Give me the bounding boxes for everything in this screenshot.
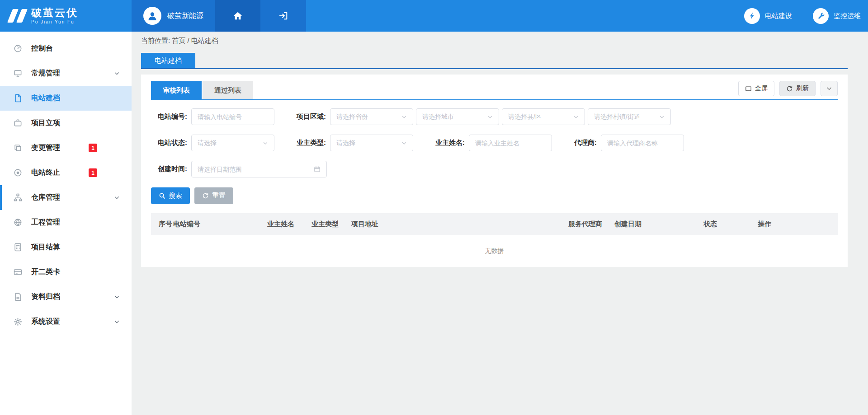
- tab-passed-list[interactable]: 通过列表: [203, 81, 253, 99]
- owner-name-input[interactable]: [469, 135, 552, 151]
- nav-label: 电站建设: [765, 12, 792, 20]
- chevron-down-icon: [114, 294, 120, 300]
- card-icon: [14, 268, 24, 276]
- sidebar-item-label: 电站终止: [31, 168, 60, 177]
- station-status-label: 电站状态:: [151, 139, 187, 147]
- sidebar-item-label: 资料归档: [31, 292, 60, 302]
- date-range-input[interactable]: [198, 166, 314, 173]
- sidebar-item-dashboard[interactable]: 控制台: [0, 36, 132, 61]
- owner-type-select[interactable]: 请选择: [330, 135, 413, 151]
- col-station-no: 电站编号: [173, 220, 267, 228]
- logo-subtitle: Po Jian Yun Fu: [31, 19, 78, 24]
- region-label: 项目区域:: [297, 112, 326, 121]
- filter-row-3: 创建时间:: [151, 161, 838, 177]
- filter-row-2: 电站状态: 请选择 业主类型: 请选择 业主姓名: 代理商:: [151, 135, 838, 151]
- chevron-down-icon: [114, 319, 120, 325]
- lightning-icon: [744, 8, 760, 24]
- col-status: 状态: [703, 220, 758, 228]
- fullscreen-button[interactable]: 全屏: [738, 81, 774, 96]
- sidebar-item-general-mgmt[interactable]: 常规管理: [0, 61, 132, 86]
- town-placeholder: 请选择村镇/街道: [594, 113, 640, 121]
- sidebar-item-system-settings[interactable]: 系统设置: [0, 309, 132, 334]
- gear-icon: [14, 317, 24, 326]
- table-header-row: 序号 电站编号 业主姓名 业主类型 项目地址 服务代理商 创建日期 状态 操作: [151, 213, 838, 235]
- top-header: 破茧云伏 Po Jian Yun Fu 破茧新能源 电站建设 监控运维: [0, 0, 868, 32]
- reset-label: 重置: [212, 191, 226, 200]
- notification-badge: 1: [89, 144, 97, 152]
- sidebar-item-project-settlement[interactable]: 项目结算: [0, 235, 132, 260]
- station-no-input[interactable]: [191, 108, 274, 125]
- county-select[interactable]: 请选择县/区: [502, 108, 585, 125]
- filter-form: 电站编号: 项目区域: 请选择省份 请选择城市 请选择县/区: [151, 108, 838, 177]
- station-archive-panel: 审核列表 通过列表 全屏 刷新: [141, 75, 848, 267]
- home-button[interactable]: [215, 0, 260, 32]
- sidebar-item-label: 项目立项: [31, 118, 60, 128]
- sidebar-item-warehouse-mgmt[interactable]: 仓库管理: [0, 185, 132, 210]
- panel-tabs: 审核列表 通过列表 全屏 刷新: [151, 81, 838, 100]
- sidebar-item-type2-card[interactable]: 开二类卡: [0, 260, 132, 284]
- chevron-down-icon: [659, 114, 665, 120]
- copy-icon: [14, 144, 24, 152]
- reset-button[interactable]: 重置: [194, 187, 233, 204]
- archive-icon: [14, 293, 24, 301]
- chevron-down-icon: [263, 140, 268, 146]
- stop-icon: [14, 168, 24, 177]
- created-time-label: 创建时间:: [151, 165, 187, 173]
- logout-button[interactable]: [260, 0, 306, 32]
- province-select[interactable]: 请选择省份: [330, 108, 413, 125]
- logout-icon: [278, 11, 288, 21]
- date-range-picker[interactable]: [191, 161, 327, 177]
- agent-input[interactable]: [601, 135, 684, 151]
- sidebar-item-data-archive[interactable]: 资料归档: [0, 284, 132, 309]
- calendar-icon: [314, 166, 321, 173]
- filter-row-1: 电站编号: 项目区域: 请选择省份 请选择城市 请选择县/区: [151, 108, 838, 125]
- file-icon: [14, 94, 24, 103]
- station-status-select[interactable]: 请选择: [191, 135, 274, 151]
- sidebar-item-change-mgmt[interactable]: 变更管理 1: [0, 135, 132, 160]
- sidebar-item-label: 变更管理: [31, 143, 60, 153]
- refresh-icon: [786, 85, 793, 92]
- breadcrumb-current: 电站建档: [191, 37, 218, 44]
- header-nav: 电站建设 监控运维: [744, 0, 868, 32]
- sidebar-item-engineering-mgmt[interactable]: 工程管理: [0, 210, 132, 235]
- search-button[interactable]: 搜索: [151, 187, 190, 204]
- nav-label: 监控运维: [834, 12, 861, 20]
- home-icon: [233, 11, 243, 21]
- dashboard-icon: [14, 44, 24, 53]
- nav-monitor-ops[interactable]: 监控运维: [813, 8, 861, 24]
- sidebar-item-station-archive[interactable]: 电站建档: [0, 86, 132, 111]
- calculator-icon: [14, 243, 24, 252]
- chevron-down-icon: [826, 85, 832, 92]
- col-owner-type: 业主类型: [311, 220, 351, 228]
- logo[interactable]: 破茧云伏 Po Jian Yun Fu: [0, 0, 132, 32]
- fullscreen-icon: [745, 85, 752, 92]
- notification-badge: 1: [89, 168, 97, 177]
- col-created-date: 创建日期: [614, 220, 703, 228]
- city-select[interactable]: 请选择城市: [416, 108, 499, 125]
- breadcrumb-home-link[interactable]: 首页: [172, 37, 185, 44]
- logo-text: 破茧云伏 Po Jian Yun Fu: [31, 7, 78, 24]
- page-tab-bar: 电站建档: [141, 53, 848, 69]
- town-select[interactable]: 请选择村镇/街道: [588, 108, 671, 125]
- tab-review-list[interactable]: 审核列表: [151, 81, 202, 99]
- wrench-icon: [813, 8, 829, 24]
- sidebar-item-project-initiation[interactable]: 项目立项: [0, 111, 132, 135]
- sidebar-item-station-termination[interactable]: 电站终止 1: [0, 160, 132, 185]
- refresh-button[interactable]: 刷新: [779, 81, 816, 96]
- panel-toolbar: 全屏 刷新: [738, 81, 838, 99]
- collapse-toolbar-button[interactable]: [821, 81, 838, 96]
- nav-station-build[interactable]: 电站建设: [744, 8, 792, 24]
- monitor-icon: [14, 69, 24, 78]
- chevron-down-icon: [573, 114, 579, 120]
- briefcase-icon: [14, 119, 24, 127]
- col-project-address: 项目地址: [351, 220, 568, 228]
- chevron-down-icon: [401, 140, 407, 146]
- breadcrumb-prefix: 当前位置:: [141, 37, 170, 44]
- city-placeholder: 请选择城市: [422, 113, 454, 121]
- agent-label: 代理商:: [574, 139, 597, 147]
- col-owner-name: 业主姓名: [267, 220, 311, 228]
- user-menu[interactable]: 破茧新能源: [132, 0, 215, 32]
- col-index: 序号: [151, 220, 173, 228]
- sidebar-item-label: 系统设置: [31, 317, 60, 326]
- page-tab-station-archive[interactable]: 电站建档: [141, 53, 195, 68]
